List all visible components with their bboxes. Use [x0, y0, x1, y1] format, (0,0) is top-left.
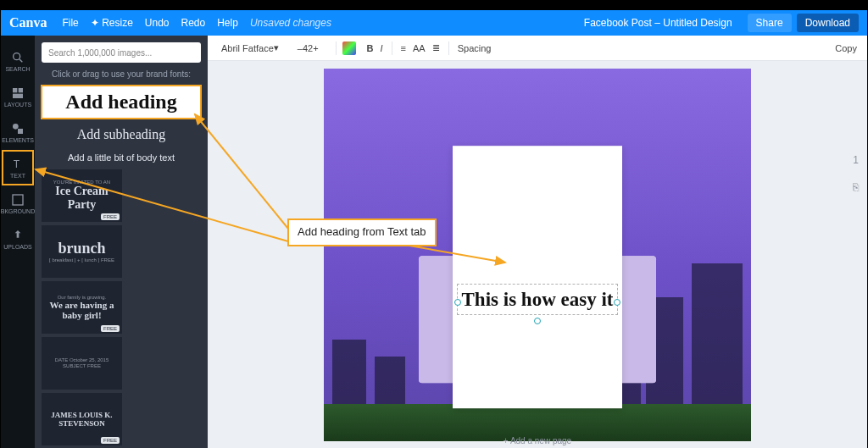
sidebar-item-text[interactable]: TTEXT: [3, 151, 33, 185]
add-heading-button[interactable]: Add heading: [42, 86, 201, 119]
logo: Canva: [9, 15, 47, 30]
menu-undo[interactable]: Undo: [145, 17, 170, 29]
unsaved-label: Unsaved changes: [250, 17, 331, 29]
document-name[interactable]: Facebook Post – Untitled Design: [584, 17, 732, 29]
bold-button[interactable]: B: [364, 41, 377, 55]
canvas-area[interactable]: This is how easy it 1 ⎘ + Add a new page: [208, 61, 867, 448]
envelope-graphic[interactable]: [419, 146, 656, 383]
text-icon: T: [11, 158, 25, 171]
sidebar-item-layouts[interactable]: LAYOUTS: [3, 80, 33, 113]
duplicate-page-icon[interactable]: ⎘: [853, 181, 859, 193]
annotation-callout: Add heading from Text tab: [287, 218, 437, 246]
font-template[interactable]: DATE October 25, 2015SUBJECT FREE: [42, 337, 122, 390]
svg-rect-2: [13, 88, 17, 92]
add-page-button[interactable]: + Add a new page: [501, 434, 574, 448]
font-template[interactable]: JAMES LOUIS K. STEVENSONFREE: [42, 393, 122, 445]
menu-resize[interactable]: ✦ Resize: [91, 17, 133, 29]
add-body-button[interactable]: Add a little bit of body text: [42, 151, 201, 164]
share-button[interactable]: Share: [748, 14, 792, 32]
copy-button[interactable]: Copy: [832, 41, 860, 55]
menu-help[interactable]: Help: [217, 17, 238, 29]
text-panel: Search 1,000,000 images... Click or drag…: [35, 36, 208, 448]
italic-button[interactable]: I: [377, 41, 387, 55]
template-grid: YOU'RE INVITED TO ANIce Cream PartyFREE …: [42, 169, 201, 448]
sidebar-item-background[interactable]: BKGROUND: [3, 186, 33, 220]
menu-redo[interactable]: Redo: [181, 17, 206, 29]
page-number: 1: [853, 154, 859, 166]
top-bar: Canva File ✦ Resize Undo Redo Help Unsav…: [1, 10, 867, 36]
sidebar-item-search[interactable]: SEARCH: [3, 44, 33, 78]
svg-rect-4: [13, 93, 23, 97]
background-icon: [11, 193, 25, 207]
font-size-input[interactable]: – 42 +: [291, 41, 326, 55]
text-toolbar: Abril Fatface ▾ – 42 + B I ≡ AA ≣ Spacin…: [208, 36, 867, 61]
menu-file[interactable]: File: [62, 17, 78, 29]
sidebar-item-elements[interactable]: ELEMENTS: [3, 115, 33, 149]
uppercase-button[interactable]: AA: [409, 41, 429, 55]
add-subheading-button[interactable]: Add subheading: [42, 124, 201, 146]
svg-text:T: T: [14, 158, 20, 170]
search-icon: [11, 51, 25, 64]
svg-rect-8: [13, 195, 23, 205]
svg-rect-3: [19, 88, 23, 92]
font-family-select[interactable]: Abril Fatface ▾: [214, 41, 286, 55]
svg-point-5: [13, 124, 19, 130]
text-color-button[interactable]: [342, 41, 357, 56]
font-template[interactable]: YOU'RE INVITED TO ANIce Cream PartyFREE: [42, 169, 122, 222]
page-controls: 1 ⎘: [853, 154, 859, 193]
download-button[interactable]: Download: [797, 14, 859, 32]
layouts-icon: [11, 86, 25, 100]
design-canvas[interactable]: This is how easy it: [324, 69, 751, 441]
heading-textbox[interactable]: This is how easy it: [458, 285, 617, 315]
sidebar-item-uploads[interactable]: UPLOADS: [3, 222, 33, 256]
heading-text[interactable]: This is how easy it: [461, 288, 614, 312]
elements-icon: [11, 122, 25, 136]
list-button[interactable]: ≣: [429, 41, 443, 55]
upload-icon: [11, 229, 25, 242]
svg-point-0: [14, 53, 20, 59]
svg-rect-6: [18, 129, 23, 134]
panel-hint: Click or drag to use your brand fonts:: [42, 69, 201, 79]
font-template[interactable]: brunch[ breakfast ] + [ lunch ] FREE: [42, 225, 122, 278]
align-button[interactable]: ≡: [398, 41, 409, 55]
spacing-button[interactable]: Spacing: [454, 41, 495, 55]
side-nav: SEARCH LAYOUTS ELEMENTS TTEXT BKGROUND U…: [1, 36, 35, 448]
svg-line-1: [19, 59, 22, 62]
font-template[interactable]: Our family is growing.We are having a ba…: [42, 281, 122, 334]
panel-search-input[interactable]: Search 1,000,000 images...: [42, 42, 201, 63]
